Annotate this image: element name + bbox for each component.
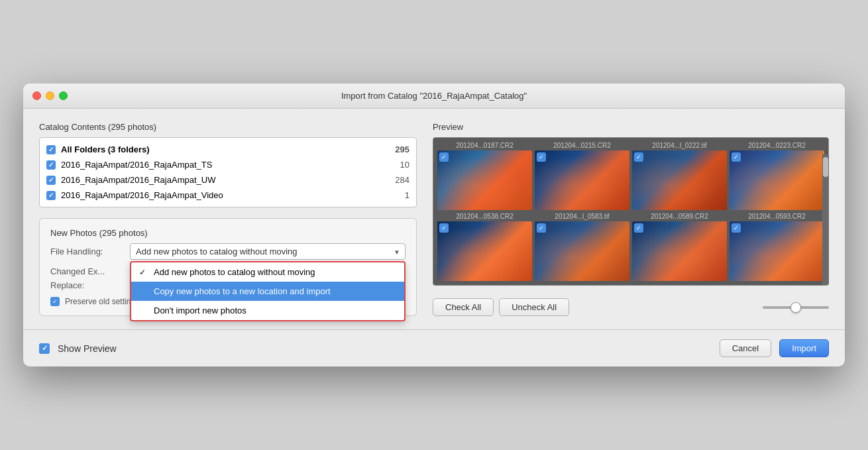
new-photos-section: New Photos (295 photos) File Handling: A… xyxy=(39,218,417,316)
minimize-button[interactable] xyxy=(46,91,54,100)
catalog-contents-section: Catalog Contents (295 photos) All Folder… xyxy=(39,122,417,207)
file-handling-row: File Handling: Add new photos to catalog… xyxy=(50,243,406,260)
thumb-check-6[interactable] xyxy=(537,223,546,233)
cancel-button[interactable]: Cancel xyxy=(720,339,771,357)
catalog-row-video[interactable]: 2016_RajaAmpat/2016_RajaAmpat_Video 1 xyxy=(40,188,416,203)
new-photos-label: New Photos (295 photos) xyxy=(50,228,406,238)
scrollbar-thumb[interactable] xyxy=(823,157,828,177)
preview-filename-8: 201204...0593.CR2 xyxy=(730,213,824,220)
main-window: Import from Catalog "2016_RajaAmpat_Cata… xyxy=(23,84,845,366)
show-preview-label: Show Preview xyxy=(58,343,117,354)
preview-thumb-2[interactable] xyxy=(535,150,629,210)
preview-actions: Check All Uncheck All xyxy=(433,298,829,316)
thumb-check-2[interactable] xyxy=(537,152,546,162)
checkbox-ts[interactable] xyxy=(46,160,56,170)
preview-grid-wrapper: 201204...0187.CR2 201204...0215.CR2 xyxy=(433,137,829,292)
close-button[interactable] xyxy=(32,91,41,100)
preview-row-2: 201204...0538.CR2 201204...l_0583.tif xyxy=(437,213,824,281)
preview-filename-6: 201204...l_0583.tif xyxy=(535,213,629,220)
checkbox-uw[interactable] xyxy=(46,176,56,185)
catalog-row-uw-count: 284 xyxy=(395,175,409,185)
preview-thumb-7[interactable] xyxy=(632,221,727,281)
dropdown-option-copy[interactable]: Copy new photos to a new location and im… xyxy=(131,282,404,301)
file-handling-select-wrapper: Add new photos to catalog without moving… xyxy=(130,243,406,260)
thumb-check-1[interactable] xyxy=(439,152,449,162)
preview-row-1: 201204...0187.CR2 201204...0215.CR2 xyxy=(437,142,824,210)
preview-cell-5: 201204...0538.CR2 xyxy=(437,213,532,281)
window-title: Import from Catalog "2016_RajaAmpat_Cata… xyxy=(341,91,527,101)
preview-cell-4: 201204...0223.CR2 xyxy=(730,142,824,210)
show-preview-checkbox[interactable] xyxy=(39,343,50,354)
file-handling-label: File Handling: xyxy=(50,247,123,256)
catalog-row-ts[interactable]: 2016_RajaAmpat/2016_RajaAmpat_TS 10 xyxy=(40,157,416,172)
right-panel: Preview 201204...0187.CR2 201204...0215.… xyxy=(433,122,829,316)
dropdown-option-add[interactable]: ✓ Add new photos to catalog without movi… xyxy=(131,262,404,282)
preview-thumb-5[interactable] xyxy=(437,221,532,281)
checkbox-all-folders[interactable] xyxy=(46,145,56,154)
file-handling-select[interactable]: Add new photos to catalog without moving xyxy=(130,243,406,260)
dropdown-option-dont[interactable]: Don't import new photos xyxy=(131,301,404,320)
traffic-lights xyxy=(32,91,68,100)
catalog-row-ts-count: 10 xyxy=(400,160,409,170)
maximize-button[interactable] xyxy=(59,91,68,100)
preview-thumb-4[interactable] xyxy=(730,150,824,210)
slider-thumb[interactable] xyxy=(790,302,801,313)
left-panel: Catalog Contents (295 photos) All Folder… xyxy=(39,122,417,316)
dropdown-option-dont-label: Don't import new photos xyxy=(154,306,246,315)
import-button[interactable]: Import xyxy=(779,339,829,357)
preview-cell-6: 201204...l_0583.tif xyxy=(535,213,629,281)
preview-grid: 201204...0187.CR2 201204...0215.CR2 xyxy=(433,137,829,286)
thumb-check-3[interactable] xyxy=(634,152,643,162)
preview-scrollbar[interactable] xyxy=(822,154,829,285)
preview-filename-2: 201204...0215.CR2 xyxy=(535,142,629,149)
file-handling-dropdown: ✓ Add new photos to catalog without movi… xyxy=(130,261,406,321)
preview-filename-1: 201204...0187.CR2 xyxy=(437,142,532,149)
catalog-row-ts-label: 2016_RajaAmpat/2016_RajaAmpat_TS xyxy=(61,160,212,170)
preview-cell-3: 201204...l_0222.tif xyxy=(632,142,727,210)
thumb-check-5[interactable] xyxy=(439,223,449,233)
titlebar: Import from Catalog "2016_RajaAmpat_Cata… xyxy=(23,84,845,109)
preview-filename-4: 201204...0223.CR2 xyxy=(730,142,824,149)
main-content: Catalog Contents (295 photos) All Folder… xyxy=(23,109,845,329)
preview-thumb-1[interactable] xyxy=(437,150,532,210)
slider-track xyxy=(763,306,829,309)
catalog-contents-label: Catalog Contents (295 photos) xyxy=(39,122,417,132)
check-all-button[interactable]: Check All xyxy=(433,298,494,316)
preview-cell-2: 201204...0215.CR2 xyxy=(535,142,629,210)
size-slider xyxy=(763,306,829,309)
preview-thumb-3[interactable] xyxy=(632,150,727,210)
catalog-row-all-count: 295 xyxy=(395,144,409,154)
catalog-row-uw-label: 2016_RajaAmpat/2016_RajaAmpat_UW xyxy=(61,175,215,185)
preview-label: Preview xyxy=(433,122,829,132)
bottom-bar: Show Preview Cancel Import xyxy=(23,329,845,366)
catalog-row-all[interactable]: All Folders (3 folders) 295 xyxy=(40,142,416,157)
catalog-contents-box: All Folders (3 folders) 295 2016_RajaAmp… xyxy=(39,137,417,207)
preview-filename-7: 201204...0589.CR2 xyxy=(632,213,727,220)
preview-thumb-6[interactable] xyxy=(535,221,629,281)
thumb-check-4[interactable] xyxy=(732,152,741,162)
preview-filename-3: 201204...l_0222.tif xyxy=(632,142,727,149)
catalog-row-video-label: 2016_RajaAmpat/2016_RajaAmpat_Video xyxy=(61,190,223,200)
preview-filename-5: 201204...0538.CR2 xyxy=(437,213,532,220)
checkbox-video[interactable] xyxy=(46,191,56,200)
preview-cell-1: 201204...0187.CR2 xyxy=(437,142,532,210)
replace-label: Replace: xyxy=(50,280,123,290)
catalog-row-video-count: 1 xyxy=(405,190,409,200)
thumb-check-8[interactable] xyxy=(732,223,741,233)
thumb-check-7[interactable] xyxy=(634,223,643,233)
checkmark-icon: ✓ xyxy=(139,268,148,277)
dropdown-option-copy-label: Copy new photos to a new location and im… xyxy=(154,286,331,296)
preserve-checkbox[interactable] xyxy=(50,297,60,306)
catalog-row-uw[interactable]: 2016_RajaAmpat/2016_RajaAmpat_UW 284 xyxy=(40,172,416,188)
dropdown-option-add-label: Add new photos to catalog without moving xyxy=(154,267,315,277)
changed-ex-label: Changed Ex... xyxy=(50,266,105,276)
preview-thumb-8[interactable] xyxy=(730,221,824,281)
preview-cell-8: 201204...0593.CR2 xyxy=(730,213,824,281)
uncheck-all-button[interactable]: Uncheck All xyxy=(499,298,569,316)
preview-cell-7: 201204...0589.CR2 xyxy=(632,213,727,281)
catalog-row-all-label: All Folders (3 folders) xyxy=(61,144,150,154)
